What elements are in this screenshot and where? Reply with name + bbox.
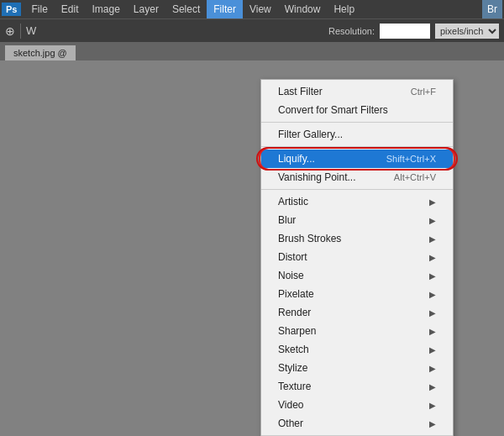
menu-view[interactable]: View (243, 0, 278, 18)
video-label: Video (278, 399, 303, 411)
menu-pixelate[interactable]: Pixelate ▶ (261, 285, 453, 303)
menu-sketch[interactable]: Sketch ▶ (261, 340, 453, 359)
menu-convert-smart[interactable]: Convert for Smart Filters (261, 101, 453, 119)
menu-help[interactable]: Help (327, 0, 361, 18)
file-tab-label: sketch.jpg @ (13, 48, 67, 58)
sketch-arrow: ▶ (429, 345, 436, 355)
menu-window[interactable]: Window (278, 0, 328, 18)
resolution-label: Resolution: (328, 26, 375, 36)
sep-1 (261, 122, 453, 123)
menu-texture[interactable]: Texture ▶ (261, 377, 453, 396)
distort-label: Distort (278, 251, 307, 263)
stylize-label: Stylize (278, 362, 307, 374)
resolution-unit-select[interactable]: pixels/inch (435, 24, 499, 39)
toolbar-w-icon: W (26, 24, 36, 37)
last-filter-label: Last Filter (278, 86, 323, 97)
brush-strokes-label: Brush Strokes (278, 233, 341, 244)
menu-br[interactable]: Br (482, 0, 502, 18)
canvas-area: Last Filter Ctrl+F Convert for Smart Fil… (0, 60, 504, 436)
other-arrow: ▶ (429, 419, 436, 428)
menu-file[interactable]: File (24, 0, 54, 18)
resolution-input[interactable] (380, 24, 430, 39)
pixelate-label: Pixelate (278, 288, 314, 300)
stylize-arrow: ▶ (429, 364, 436, 373)
texture-arrow: ▶ (429, 382, 436, 391)
filter-gallery-label: Filter Gallery... (278, 129, 343, 140)
vanishing-point-label: Vanishing Point... (278, 171, 356, 183)
filter-dropdown: Last Filter Ctrl+F Convert for Smart Fil… (260, 79, 454, 436)
video-arrow: ▶ (429, 401, 436, 410)
distort-arrow: ▶ (429, 253, 436, 262)
menu-render[interactable]: Render ▶ (261, 303, 453, 322)
menu-noise[interactable]: Noise ▶ (261, 266, 453, 285)
menu-blur[interactable]: Blur ▶ (261, 211, 453, 229)
blur-arrow: ▶ (429, 216, 436, 225)
pixelate-arrow: ▶ (429, 290, 436, 299)
ps-logo: Ps (2, 3, 21, 16)
liquify-label: Liquify... (278, 153, 315, 165)
toolbar-separator (20, 24, 21, 39)
liquify-shortcut: Shift+Ctrl+X (386, 154, 436, 164)
menu-other[interactable]: Other ▶ (261, 414, 453, 433)
other-label: Other (278, 418, 303, 429)
menu-video[interactable]: Video ▶ (261, 396, 453, 414)
menu-edit[interactable]: Edit (55, 0, 86, 18)
noise-label: Noise (278, 270, 304, 281)
toolbar: ⊕ W Resolution: pixels/inch (0, 18, 504, 42)
blur-label: Blur (278, 214, 296, 226)
menu-layer[interactable]: Layer (127, 0, 165, 18)
sketch-label: Sketch (278, 344, 309, 355)
brush-strokes-arrow: ▶ (429, 234, 436, 244)
menu-image[interactable]: Image (86, 0, 127, 18)
menu-last-filter[interactable]: Last Filter Ctrl+F (261, 82, 453, 101)
menu-vanishing-point[interactable]: Vanishing Point... Alt+Ctrl+V (261, 168, 453, 186)
noise-arrow: ▶ (429, 271, 436, 281)
menu-sharpen[interactable]: Sharpen ▶ (261, 322, 453, 340)
last-filter-shortcut: Ctrl+F (411, 87, 436, 97)
menu-artistic[interactable]: Artistic ▶ (261, 192, 453, 211)
menu-distort[interactable]: Distort ▶ (261, 248, 453, 266)
menu-liquify[interactable]: Liquify... Shift+Ctrl+X (261, 150, 453, 168)
menu-stylize[interactable]: Stylize ▶ (261, 359, 453, 377)
sep-3 (261, 189, 453, 190)
sharpen-label: Sharpen (278, 325, 316, 337)
menu-brush-strokes[interactable]: Brush Strokes ▶ (261, 229, 453, 248)
texture-label: Texture (278, 381, 311, 392)
sep-2 (261, 146, 453, 147)
vanishing-point-shortcut: Alt+Ctrl+V (394, 172, 436, 182)
convert-smart-label: Convert for Smart Filters (278, 104, 388, 116)
sharpen-arrow: ▶ (429, 327, 436, 336)
tab-bar: sketch.jpg @ (0, 42, 504, 60)
menu-bar: Ps File Edit Image Layer Select Filter V… (0, 0, 504, 18)
menu-filter[interactable]: Filter (207, 0, 243, 18)
render-label: Render (278, 307, 311, 318)
file-tab[interactable]: sketch.jpg @ (5, 45, 76, 60)
menu-filter-gallery[interactable]: Filter Gallery... (261, 125, 453, 144)
menu-select[interactable]: Select (165, 0, 207, 18)
tool-icon: ⊕ (5, 24, 15, 38)
render-arrow: ▶ (429, 308, 436, 318)
artistic-arrow: ▶ (429, 197, 436, 207)
artistic-label: Artistic (278, 196, 308, 207)
